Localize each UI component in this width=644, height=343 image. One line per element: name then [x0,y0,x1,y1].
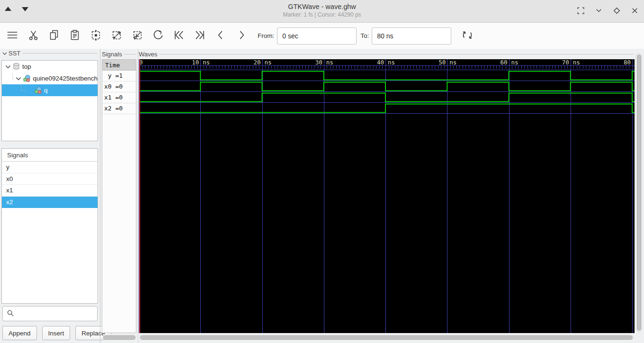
reload-icon [461,28,474,43]
waves-horizontal-scrollbar[interactable] [139,334,634,340]
names-horizontal-scrollbar[interactable] [102,334,136,340]
chevron-down-icon[interactable] [5,63,11,70]
svg-text:30: 30 [315,59,322,66]
skip-to-start-icon [173,29,185,43]
to-label: To: [360,32,369,39]
undo-button[interactable] [148,27,169,45]
signal-list-item-x2[interactable]: x2 [2,197,98,208]
signal-list-item-y[interactable]: y [2,162,98,173]
from-label: From: [258,32,274,39]
copy-icon [48,29,60,42]
svg-text:20: 20 [253,59,260,66]
svg-text:ns: ns [573,59,580,66]
svg-text:ns: ns [203,59,210,66]
step-back-button[interactable] [210,27,231,45]
zoom-fit-icon [90,29,102,43]
cut-icon [27,29,39,43]
tree-item-label: q [44,87,48,94]
module-icon [34,86,42,94]
zoom-out-button[interactable] [127,27,148,45]
waves-vertical-scrollbar[interactable] [635,53,642,332]
names-frame-label: Signals [102,51,136,58]
svg-text:40: 40 [377,59,384,66]
signal-search-frame: Signals yx0x1x2 [1,148,98,304]
append-button[interactable]: Append [2,326,37,340]
svg-text:80: 80 [624,59,631,66]
skip-to-start-button[interactable] [169,27,189,45]
signal-value-row[interactable]: x2 =0 [102,103,136,114]
waves-frame-label: Waves [139,51,634,58]
trace-x1 [139,93,635,102]
window-title: GTKWave - wave.ghw [0,3,644,10]
menu-button[interactable] [2,27,23,45]
undo-icon [152,29,164,43]
zoom-in-icon [111,29,123,43]
trace-y [139,72,635,80]
sst-label-text: SST [9,50,20,57]
zoom-fit-button[interactable] [85,27,106,45]
cylinder-icon [12,63,20,71]
trace-x0 [139,82,635,91]
tree-item-q[interactable]: q [2,84,98,96]
signal-search-box [2,306,98,321]
signal-value-row[interactable]: y =1 [102,71,136,81]
insert-button[interactable]: Insert [42,326,71,340]
copy-button[interactable] [44,27,64,45]
maximize-icon [613,7,621,16]
paste-icon [69,29,80,42]
from-input[interactable] [277,27,357,45]
minimize-icon [595,7,603,16]
svg-text:ns: ns [265,59,272,66]
sst-tree: topquine092425testbenchq [1,60,98,141]
signal-list-item-x1[interactable]: x1 [2,185,98,197]
step-forward-icon [235,29,248,43]
waves-label-text: Waves [139,51,157,58]
signal-names-column: Time y =1x0 =0x1 =0x2 =0 [102,59,136,333]
names-label-text: Signals [102,51,122,58]
svg-text:70: 70 [562,59,569,66]
cut-button[interactable] [23,27,44,45]
fullscreen-icon [577,7,585,16]
title-bar: GTKWave - wave.ghw Marker: 1 fs | Cursor… [0,0,644,23]
tree-item-top[interactable]: top [2,61,98,72]
tree-item-label: quine092425testbench [33,75,98,82]
search-input[interactable] [17,307,100,321]
reload-button[interactable] [457,27,478,45]
search-icon [7,309,14,318]
gtkwave-window: { "window": { "title": "GTKWave - wave.g… [0,0,644,343]
zoom-out-icon [132,29,143,43]
step-back-icon [215,29,227,43]
tree-item-quine092425testbench[interactable]: quine092425testbench [2,72,98,84]
tree-guide-line [12,73,14,79]
chevron-down-icon[interactable] [15,75,22,82]
waveform-canvas[interactable]: 010ns20ns30ns40ns50ns60ns70ns80ns [139,59,635,333]
zoom-in-button[interactable] [106,27,127,45]
svg-text:ns: ns [388,59,395,66]
skip-to-end-button[interactable] [189,27,210,45]
svg-text:ns: ns [511,59,519,66]
svg-text:10: 10 [192,59,199,66]
splitter-left[interactable] [100,49,100,343]
collapse-sst-icon[interactable] [2,51,8,56]
signal-value-row[interactable]: x1 =0 [102,92,136,103]
maximize-button[interactable] [611,6,622,17]
toolbar: From: To: [0,23,644,49]
signals-frame-label: Signals [2,149,98,162]
sst-frame-label: SST [2,50,98,57]
menu-icon [6,29,18,43]
svg-text:50: 50 [438,59,446,66]
fullscreen-button[interactable] [575,6,586,17]
skip-to-end-icon [194,29,206,43]
close-button[interactable] [629,6,640,17]
marker-cursor-status: Marker: 1 fs | Cursor: 44290 ps [0,11,644,18]
signal-value-row[interactable]: x0 =0 [102,81,136,92]
splitter-right[interactable] [138,49,138,343]
time-header: Time [102,60,136,71]
paste-button[interactable] [64,27,85,45]
step-forward-button[interactable] [231,27,252,45]
minimize-button[interactable] [593,6,604,17]
to-input[interactable] [372,27,451,45]
tree-item-label: top [22,63,31,70]
signal-list-item-x0[interactable]: x0 [2,173,98,185]
svg-text:ns: ns [326,59,333,66]
